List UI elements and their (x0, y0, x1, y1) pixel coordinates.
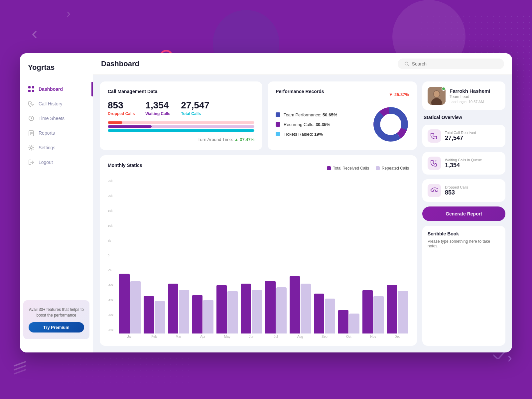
chart-col-oct: Oct (337, 274, 360, 338)
donut-chart (372, 106, 409, 143)
bar-repeated-nov (373, 296, 384, 333)
total-progress-track (108, 129, 254, 132)
user-role: Team Lead (450, 94, 490, 99)
call-management-title: Call Management Data (108, 89, 254, 94)
total-call-icon-wrap (428, 129, 441, 143)
phone-dropped-icon (431, 187, 438, 194)
dropped-calls-card: Dropped Calls 853 (422, 179, 505, 202)
dropped-call-info: Dropped Calls 853 (445, 185, 468, 196)
dropped-calls-value: 853 (108, 100, 135, 111)
promo-text: Avail 30+ features that helps to boost t… (29, 307, 84, 318)
x-label-apr: Apr (200, 335, 205, 338)
statistical-overview-title: Statical Overview (422, 115, 505, 120)
sidebar-item-dashboard[interactable]: Dashboard (20, 82, 93, 96)
chart-col-jul: Jul (264, 274, 287, 338)
search-box[interactable] (398, 59, 504, 69)
x-label-oct: Oct (346, 335, 351, 338)
chart-col-feb: Feb (143, 274, 166, 338)
chart-col-sep: Sep (313, 274, 336, 338)
scribble-title: Scribble Book (428, 231, 500, 236)
bar-received-jun (241, 284, 251, 333)
sidebar: Yogrtas Dashboard (20, 53, 93, 352)
bar-received-jul (265, 281, 275, 333)
dropped-call-value: 853 (445, 189, 468, 196)
dropped-call-icon-wrap (428, 184, 441, 197)
sidebar-item-label-reports: Reports (39, 130, 55, 136)
bar-repeated-jun (252, 290, 262, 333)
online-status-dot (442, 87, 446, 91)
settings-icon (28, 144, 35, 151)
x-label-aug: Aug (297, 335, 303, 338)
bg-lines (13, 363, 27, 372)
x-label-feb: Feb (151, 335, 157, 338)
turnaround-arrow-icon: ▲ (234, 137, 239, 142)
sidebar-item-reports[interactable]: Reports (20, 126, 93, 140)
waiting-progress-track (108, 125, 254, 128)
phone-received-icon (431, 132, 438, 140)
total-progress-fill (108, 129, 254, 132)
x-label-jun: Jun (249, 335, 254, 338)
performance-change: ▼ 25.37% (389, 92, 409, 97)
performance-header: Performance Records ▼ 25.37% (276, 89, 409, 100)
bar-repeated-oct (349, 314, 359, 333)
monthly-legend: Total Received Calls Repeated Calls (327, 166, 409, 171)
x-label-sep: Sep (322, 335, 328, 338)
progress-bars (108, 121, 254, 132)
down-arrow-icon: ▼ (389, 92, 393, 97)
sidebar-item-call-history[interactable]: Call History (20, 96, 93, 111)
right-panel: Farrokh Hashemi Team Lead Last Login: 10… (422, 81, 505, 346)
x-label-jul: Jul (274, 335, 278, 338)
reports-icon (28, 130, 35, 136)
legend-tickets-raised: Tickets Raised: 19% (276, 132, 366, 137)
sidebar-item-logout[interactable]: Logout (20, 155, 93, 170)
dropped-calls-label: Dropped Calls (108, 111, 135, 116)
x-label-mar: Mar (176, 335, 181, 338)
legend-team-performance: Team Performance: 50.65% (276, 112, 366, 117)
recurring-calls-dot (276, 122, 280, 127)
svg-rect-3 (32, 90, 34, 92)
search-input[interactable] (412, 61, 497, 66)
sidebar-item-settings[interactable]: Settings (20, 140, 93, 155)
x-label-dec: Dec (395, 335, 401, 338)
try-premium-button[interactable]: Try Premium (29, 322, 84, 332)
header: Dashboard (93, 53, 512, 75)
dropped-calls-stat: 853 Dropped Calls (108, 100, 135, 116)
tickets-raised-dot (276, 132, 280, 136)
x-label-jan: Jan (127, 335, 133, 338)
sidebar-item-label-settings: Settings (39, 145, 56, 150)
dropped-progress-fill (108, 121, 122, 124)
bar-received-may (216, 285, 227, 333)
chart-col-nov: Nov (362, 274, 385, 338)
chart-col-jun: Jun (240, 274, 263, 338)
premium-promo: Avail 30+ features that helps to boost t… (23, 300, 89, 339)
bar-received-aug (290, 276, 300, 333)
chart-col-aug: Aug (289, 274, 312, 338)
bar-repeated-aug (301, 284, 311, 333)
performance-title: Performance Records (276, 89, 324, 94)
scribble-book-card: Scribble Book (422, 226, 505, 346)
bar-repeated-jul (276, 287, 287, 333)
waiting-progress-fill (108, 125, 152, 128)
waiting-calls-card: Waiting Calls in Queue 1,354 (422, 152, 505, 175)
svg-point-14 (380, 114, 401, 135)
waiting-calls-value: 1,354 (145, 100, 170, 111)
svg-point-18 (434, 91, 440, 97)
scribble-textarea[interactable] (428, 239, 500, 266)
sidebar-item-time-sheets[interactable]: Time Sheets (20, 111, 93, 126)
performance-body: Team Performance: 50.65% Recurring Calls… (276, 106, 409, 143)
waiting-call-label: Waiting Calls in Queue (445, 158, 482, 162)
dashboard-icon (28, 86, 35, 92)
bar-repeated-may (227, 291, 238, 333)
waiting-call-info: Waiting Calls in Queue 1,354 (445, 158, 482, 169)
avatar-wrapper (428, 87, 446, 105)
performance-change-value: 25.37% (394, 92, 409, 97)
bg-chevron-br-icon: › (507, 350, 512, 366)
page-title: Dashboard (101, 60, 139, 68)
time-sheets-icon (28, 115, 35, 122)
main-dashboard-card: Yogrtas Dashboard (20, 53, 512, 352)
bar-repeated-sep (325, 299, 335, 333)
chart-with-yaxis: 25k 20k 15k 10k 5k 0 -5k -10k -15k -20k (108, 179, 409, 338)
generate-report-button[interactable]: Generate Report (422, 206, 505, 221)
bg-arrow-right-icon: › (66, 7, 70, 21)
chart-col-mar: Mar (167, 274, 190, 338)
